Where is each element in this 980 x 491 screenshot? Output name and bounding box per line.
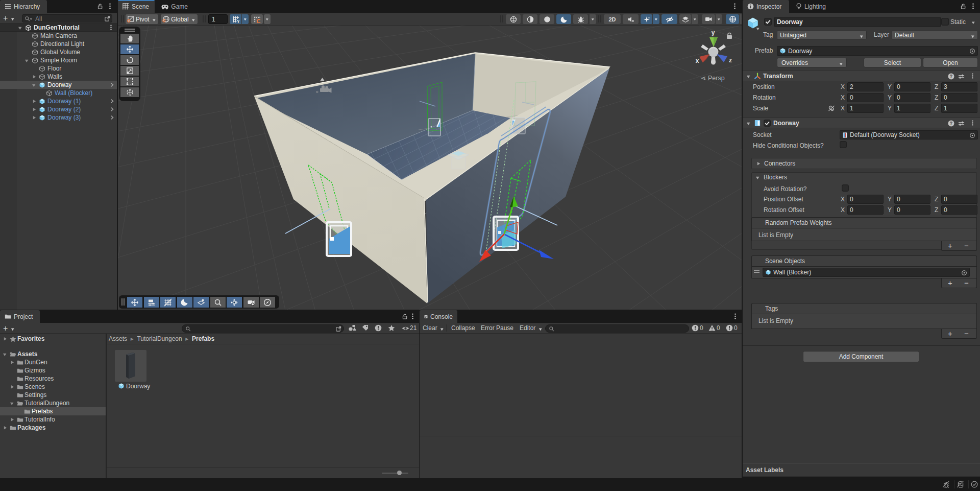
svg-text:y: y (712, 29, 715, 36)
svg-text:x: x (696, 57, 699, 64)
svg-text:⋖ Persp: ⋖ Persp (701, 75, 725, 82)
svg-text:?: ? (950, 74, 952, 79)
svg-text:?: ? (950, 121, 952, 126)
svg-text:Y: Y (237, 19, 239, 23)
svg-text:z: z (729, 57, 732, 64)
